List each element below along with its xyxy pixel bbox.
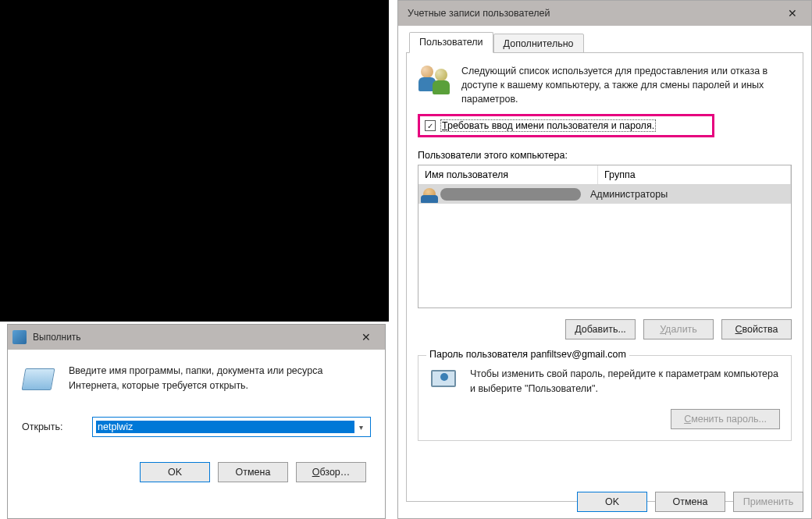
cancel-button[interactable]: Отмена [655,492,725,512]
monitor-user-icon [429,367,461,398]
run-description: Введите имя программы, папки, документа … [69,364,371,396]
ok-button[interactable]: OK [577,492,647,512]
column-username[interactable]: Имя пользователя [418,165,598,184]
open-combobox[interactable]: netplwiz ▾ [92,417,371,437]
password-groupbox-title: Пароль пользователя panfiltsev@gmail.com [426,349,629,360]
intro-text: Следующий список используется для предос… [461,64,792,106]
username-cell-redacted [440,188,581,201]
run-program-icon [22,364,55,396]
require-credentials-checkbox[interactable]: ✓ [425,120,436,131]
users-list-label: Пользователи этого компьютера: [418,150,792,161]
tab-panel-users: Следующий список используется для предос… [406,52,803,502]
add-user-button[interactable]: Добавить... [565,319,636,339]
ua-title: Учетные записи пользователей [408,8,550,19]
properties-button[interactable]: Свойства [721,319,792,339]
list-header: Имя пользователя Группа [418,165,791,185]
tab-strip: Пользователи Дополнительно [406,32,803,53]
change-password-button: Сменить пароль... [671,409,780,429]
table-row[interactable]: Администраторы [418,185,791,204]
tab-users[interactable]: Пользователи [409,32,493,53]
users-icon [418,64,452,98]
chevron-down-icon[interactable]: ▾ [354,423,367,432]
user-accounts-dialog: Учетные записи пользователей ✕ Пользоват… [397,0,812,519]
browse-button[interactable]: Обзор… [296,462,366,482]
user-icon [423,188,436,201]
remove-user-button: Удалить [643,319,714,339]
require-credentials-label: Требовать ввод имени пользователя и паро… [440,119,656,132]
tab-advanced[interactable]: Дополнительно [493,34,584,53]
desktop-black-area [0,0,389,322]
run-title: Выполнить [33,332,81,343]
open-label: Открыть: [22,421,92,432]
open-value[interactable]: netplwiz [96,421,354,433]
require-credentials-row[interactable]: ✓ Требовать ввод имени пользователя и па… [418,114,714,137]
run-titlebar[interactable]: Выполнить ✕ [8,325,385,350]
dialog-button-row: OK Отмена Применить [577,492,803,512]
apply-button: Применить [733,492,803,512]
ok-button[interactable]: OK [140,462,210,482]
cancel-button[interactable]: Отмена [218,462,288,482]
ua-titlebar[interactable]: Учетные записи пользователей ✕ [398,1,811,26]
password-groupbox: Пароль пользователя panfiltsev@gmail.com… [418,355,792,441]
close-icon[interactable]: ✕ [774,1,811,26]
group-cell: Администраторы [590,189,668,200]
close-icon[interactable]: ✕ [347,325,385,350]
run-window-icon [12,330,27,344]
column-group[interactable]: Группа [598,165,791,184]
users-listview[interactable]: Имя пользователя Группа Администраторы [418,165,792,308]
run-dialog: Выполнить ✕ Введите имя программы, папки… [7,324,386,519]
password-text: Чтобы изменить свой пароль, перейдите к … [470,367,780,398]
